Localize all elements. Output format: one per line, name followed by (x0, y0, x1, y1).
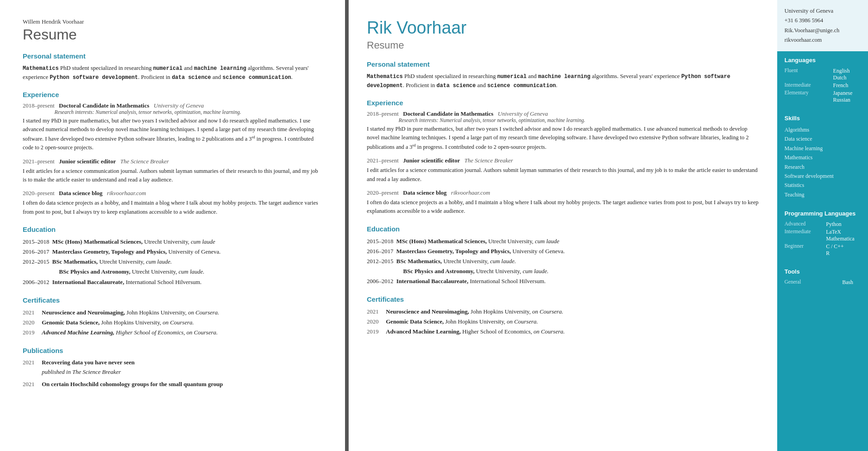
right-exp-editor: 2021–present Junior scientific editor Th… (367, 157, 759, 184)
prog-intermediate-langs: LaTeXMathematica (826, 228, 861, 243)
lang-intermediate: Intermediate French (784, 82, 861, 89)
left-title: Resume (23, 26, 322, 43)
lang-fluent-level: Fluent (784, 67, 833, 82)
cert-entry-ml: 2019 Advanced Machine Learning, Higher S… (23, 328, 322, 338)
sidebar-website: rikvoorhaar.com (784, 35, 861, 45)
sidebar-skills-heading: Skills (784, 115, 861, 122)
cert-entry-neuro: 2021 Neuroscience and Neuroimaging, John… (23, 308, 322, 318)
right-edu-bsc-physics: BSc Physics and Astronomy, Utrecht Unive… (367, 266, 759, 276)
right-cert-neuro: 2021 Neuroscience and Neuroimaging, John… (367, 307, 759, 317)
sidebar-tools-table: General Bash (784, 279, 861, 286)
right-cert-ml: 2019 Advanced Machine Learning, Higher S… (367, 327, 759, 337)
sidebar-programming-heading: Programming Languages (784, 210, 861, 217)
right-sidebar: University of Geneva +31 6 3986 5964 Rik… (777, 0, 868, 451)
edu-entry-msc: 2015–2018 MSc (Hons) Mathematical Scienc… (23, 237, 322, 247)
sidebar-contact: University of Geneva +31 6 3986 5964 Rik… (777, 0, 868, 51)
exp-entry-doctoral: 2018–present Doctoral Candidate in Mathe… (23, 102, 322, 152)
exp-header-doctoral: 2018–present Doctoral Candidate in Mathe… (23, 102, 322, 109)
prog-beginner: Beginner C / C++R (784, 243, 861, 257)
right-exp-blog: 2020–present Data science blog rikvoorha… (367, 189, 759, 216)
prog-advanced: Advanced Python (784, 221, 861, 228)
exp-header-blog: 2020–present Data science blog rikvoorha… (23, 190, 322, 197)
sidebar-tools-section: Tools General Bash (777, 263, 868, 292)
sidebar-email: Rik.Voorhaar@unige.ch (784, 26, 861, 35)
lang-elementary: Elementary JapaneseRussian (784, 89, 861, 104)
right-edu-ib: 2006–2012 International Baccalaureate, I… (367, 276, 759, 286)
lang-fluent: Fluent EnglishDutch (784, 67, 861, 82)
prog-intermediate-level: Intermediate (784, 228, 826, 243)
prog-advanced-langs: Python (826, 221, 861, 228)
left-author: Willem Hendrik Voorhaar (23, 18, 322, 25)
left-experience-heading: Experience (23, 91, 322, 98)
right-name: Rik Voorhaar (367, 18, 759, 38)
prog-beginner-langs: C / C++R (826, 243, 861, 257)
prog-intermediate: Intermediate LaTeXMathematica (784, 228, 861, 243)
exp-desc-editor: I edit articles for a science communicat… (23, 167, 322, 185)
right-edu-bsc-math: 2012–2015 BSc Mathematics, Utrecht Unive… (367, 256, 759, 266)
right-personal-statement-text: Mathematics PhD student specialized in r… (367, 72, 759, 90)
left-resume-panel: Willem Hendrik Voorhaar Resume Personal … (0, 0, 345, 451)
lang-elementary-langs: JapaneseRussian (833, 89, 861, 104)
exp-desc-doctoral: I started my PhD in pure mathematics, bu… (23, 117, 322, 152)
cert-entry-genomic: 2020 Genomic Data Science, John Hopkins … (23, 318, 322, 328)
right-exp-header-doctoral: 2018–present Doctoral Candidate in Mathe… (367, 110, 759, 118)
left-personal-statement-heading: Personal statement (23, 52, 322, 60)
right-resume-panel: Rik Voorhaar Resume Personal statement M… (349, 0, 868, 451)
left-personal-statement-text: Mathematics PhD student specialized in r… (23, 64, 322, 82)
right-cert-genomic: 2020 Genomic Data Science, John Hopkins … (367, 317, 759, 327)
sidebar-phone: +31 6 3986 5964 (784, 16, 861, 25)
right-exp-doctoral: 2018–present Doctoral Candidate in Mathe… (367, 110, 759, 152)
skill-research: Research (784, 162, 861, 172)
edu-entry-bsc-math: 2012–2015 BSc Mathematics, Utrecht Unive… (23, 257, 322, 267)
prog-beginner-level: Beginner (784, 243, 826, 257)
right-exp-desc-blog: I often do data science projects as a ho… (367, 198, 759, 216)
right-exp-header-blog: 2020–present Data science blog rikvoorha… (367, 189, 759, 196)
edu-entry-bsc-physics: BSc Physics and Astronomy, Utrecht Unive… (23, 267, 322, 277)
pub-entry-2: 2021 On certain Hochschild cohomology gr… (23, 380, 322, 389)
panel-divider (345, 0, 349, 451)
skill-teaching: Teaching (784, 190, 861, 199)
pub-entry-1: 2021 Recovering data you have never seen… (23, 358, 322, 377)
sidebar-programming-section: Programming Languages Advanced Python In… (777, 205, 868, 263)
left-education-heading: Education (23, 226, 322, 233)
skill-data-science: Data science (784, 134, 861, 143)
skill-statistics: Statistics (784, 181, 861, 190)
skill-mathematics: Mathematics (784, 153, 861, 162)
skill-machine-learning: Machine learning (784, 144, 861, 153)
sidebar-skills-section: Skills Algorithms Data science Machine l… (777, 109, 868, 205)
sidebar-languages-section: Languages Fluent EnglishDutch Intermedia… (777, 51, 868, 109)
skill-software-dev: Software development (784, 172, 861, 181)
lang-elementary-level: Elementary (784, 89, 833, 104)
exp-desc-blog: I often do data science projects as a ho… (23, 199, 322, 216)
right-exp-desc-editor: I edit articles for a science communicat… (367, 166, 759, 184)
right-experience-heading: Experience (367, 99, 759, 107)
right-content: Rik Voorhaar Resume Personal statement M… (349, 0, 777, 451)
right-edu-msc: 2015–2018 MSc (Hons) Mathematical Scienc… (367, 236, 759, 246)
right-education-heading: Education (367, 225, 759, 233)
edu-entry-ib: 2006–2012 International Baccalaureate, I… (23, 277, 322, 287)
right-certificates-heading: Certificates (367, 295, 759, 303)
sidebar-languages-heading: Languages (784, 57, 861, 64)
skill-algorithms: Algorithms (784, 125, 861, 134)
left-certificates-heading: Certificates (23, 296, 322, 304)
tool-general-langs: Bash (842, 279, 861, 286)
lang-intermediate-langs: French (833, 82, 861, 89)
exp-entry-editor: 2021–present Junior scientific editor Th… (23, 158, 322, 185)
right-exp-header-editor: 2021–present Junior scientific editor Th… (367, 157, 759, 164)
right-edu-masterclass: 2016–2017 Masterclass Geometry, Topology… (367, 246, 759, 256)
research-interests-doctoral: Research interests: Numerical analysis, … (54, 109, 322, 115)
sidebar-university: University of Geneva (784, 6, 861, 16)
sidebar-languages-table: Fluent EnglishDutch Intermediate French … (784, 67, 861, 104)
lang-fluent-langs: EnglishDutch (833, 67, 861, 82)
right-exp-desc-doctoral: I started my PhD in pure mathematics, bu… (367, 125, 759, 152)
prog-advanced-level: Advanced (784, 221, 826, 228)
exp-entry-blog: 2020–present Data science blog rikvoorha… (23, 190, 322, 216)
lang-intermediate-level: Intermediate (784, 82, 833, 89)
tool-general: General Bash (784, 279, 861, 286)
left-publications-heading: Publications (23, 347, 322, 354)
sidebar-programming-table: Advanced Python Intermediate LaTeXMathem… (784, 221, 861, 257)
edu-entry-masterclass: 2016–2017 Masterclass Geometry, Topology… (23, 247, 322, 257)
right-personal-statement-heading: Personal statement (367, 60, 759, 68)
sidebar-tools-heading: Tools (784, 268, 861, 275)
tool-general-level: General (784, 279, 842, 286)
